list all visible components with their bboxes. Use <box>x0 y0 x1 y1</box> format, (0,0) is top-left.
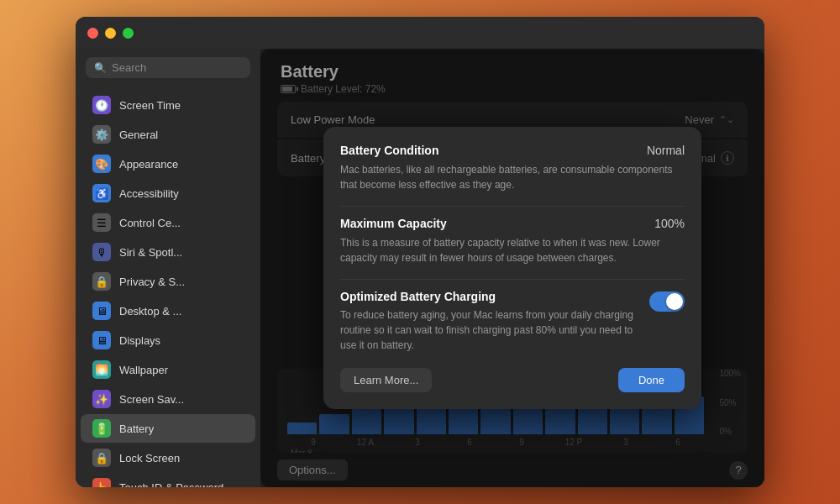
search-bar[interactable]: 🔍 Search <box>86 57 250 78</box>
sidebar-item-general[interactable]: ⚙️General <box>81 120 255 149</box>
sidebar-item-icon-battery: 🔋 <box>92 419 111 438</box>
main-panel-wrapper: Battery Battery Level: 72% Low Power Mod… <box>260 49 764 487</box>
sidebar-item-battery[interactable]: 🔋Battery <box>81 414 255 443</box>
close-button[interactable] <box>87 28 98 39</box>
sidebar-item-label-desktop-sc: Desktop & ... <box>119 305 181 318</box>
window-content: 🔍 Search 🕐Screen Time⚙️General🎨Appearanc… <box>76 49 764 487</box>
sidebar-item-label-wallpaper: Wallpaper <box>119 364 168 376</box>
optimized-charging-title: Optimized Battery Charging <box>340 290 636 303</box>
battery-health-dialog: Battery Condition Normal Mac batteries, … <box>323 127 701 409</box>
sidebar-item-touch-id[interactable]: 👆Touch ID & Password <box>81 473 255 487</box>
battery-condition-value: Normal <box>647 144 685 157</box>
maximize-button[interactable] <box>123 28 134 39</box>
sidebar-list: 🕐Screen Time⚙️General🎨Appearance♿Accessi… <box>76 87 260 487</box>
sidebar-item-control-center[interactable]: ☰Control Ce... <box>81 208 255 237</box>
sidebar-item-icon-siri-spotlight: 🎙 <box>92 243 111 261</box>
search-placeholder: Search <box>112 61 146 74</box>
sidebar-item-icon-lock-screen: 🔒 <box>92 449 111 467</box>
toggle-knob <box>666 293 683 310</box>
optimized-charging-toggle[interactable] <box>649 291 685 312</box>
sidebar-item-icon-control-center: ☰ <box>92 213 111 232</box>
max-capacity-value: 100% <box>654 217 685 230</box>
titlebar <box>76 17 764 49</box>
sidebar-item-label-screen-time: Screen Time <box>119 99 181 112</box>
sidebar-item-icon-screen-time: 🕐 <box>92 96 111 114</box>
sidebar-item-screen-saver[interactable]: ✨Screen Sav... <box>81 385 255 413</box>
sidebar-item-icon-desktop-sc: 🖥 <box>92 302 111 320</box>
divider-1 <box>340 206 685 207</box>
battery-condition-desc: Mac batteries, like all rechargeable bat… <box>340 162 685 192</box>
traffic-lights <box>87 28 134 39</box>
sidebar-item-lock-screen[interactable]: 🔒Lock Screen <box>81 444 255 472</box>
minimize-button[interactable] <box>105 28 116 39</box>
sidebar-item-appearance[interactable]: 🎨Appearance <box>81 150 255 178</box>
sidebar-item-screen-time[interactable]: 🕐Screen Time <box>81 91 255 119</box>
sidebar-item-icon-displays: 🖥 <box>92 331 111 349</box>
divider-2 <box>340 279 685 280</box>
search-icon: 🔍 <box>94 62 107 74</box>
sidebar-item-label-privacy-security: Privacy & S... <box>119 276 185 288</box>
sidebar-item-label-general: General <box>119 129 158 141</box>
max-capacity-title: Maximum Capacity <box>340 217 447 230</box>
sidebar-item-displays[interactable]: 🖥Displays <box>81 326 255 354</box>
system-preferences-window: 🔍 Search 🕐Screen Time⚙️General🎨Appearanc… <box>76 17 764 487</box>
sidebar-item-label-siri-spotlight: Siri & Spotl... <box>119 246 182 259</box>
sidebar-item-label-battery: Battery <box>119 423 154 435</box>
sidebar-item-label-control-center: Control Ce... <box>119 217 181 229</box>
optimized-charging-desc: To reduce battery aging, your Mac learns… <box>340 307 636 353</box>
sidebar: 🔍 Search 🕐Screen Time⚙️General🎨Appearanc… <box>76 49 260 487</box>
sidebar-item-label-screen-saver: Screen Sav... <box>119 393 184 406</box>
sidebar-item-label-displays: Displays <box>119 334 160 347</box>
sidebar-item-label-lock-screen: Lock Screen <box>119 452 180 465</box>
sidebar-item-privacy-security[interactable]: 🔒Privacy & S... <box>81 267 255 296</box>
sidebar-item-icon-privacy-security: 🔒 <box>92 272 111 291</box>
sidebar-item-label-touch-id: Touch ID & Password <box>119 481 223 488</box>
max-capacity-desc: This is a measure of battery capacity re… <box>340 235 685 265</box>
learn-more-button[interactable]: Learn More... <box>340 368 432 392</box>
sidebar-item-wallpaper[interactable]: 🌅Wallpaper <box>81 355 255 384</box>
sidebar-item-icon-touch-id: 👆 <box>92 478 111 487</box>
done-button[interactable]: Done <box>618 368 685 392</box>
optimized-charging-section: Optimized Battery Charging To reduce bat… <box>340 290 685 353</box>
sidebar-item-label-appearance: Appearance <box>119 158 178 171</box>
sidebar-item-icon-screen-saver: ✨ <box>92 390 111 408</box>
sidebar-item-siri-spotlight[interactable]: 🎙Siri & Spotl... <box>81 238 255 266</box>
sidebar-item-icon-general: ⚙️ <box>92 125 111 144</box>
sidebar-item-icon-accessibility: ♿ <box>92 184 111 202</box>
sidebar-item-desktop-sc[interactable]: 🖥Desktop & ... <box>81 297 255 325</box>
sidebar-item-accessibility[interactable]: ♿Accessibility <box>81 179 255 207</box>
maximum-capacity-section: Maximum Capacity 100% This is a measure … <box>340 217 685 265</box>
dialog-overlay: Battery Condition Normal Mac batteries, … <box>260 49 764 487</box>
battery-condition-section: Battery Condition Normal Mac batteries, … <box>340 144 685 192</box>
battery-condition-title: Battery Condition <box>340 144 438 157</box>
sidebar-item-icon-appearance: 🎨 <box>92 155 111 173</box>
sidebar-item-icon-wallpaper: 🌅 <box>92 360 111 379</box>
sidebar-item-label-accessibility: Accessibility <box>119 187 179 200</box>
dialog-buttons: Learn More... Done <box>340 368 685 392</box>
